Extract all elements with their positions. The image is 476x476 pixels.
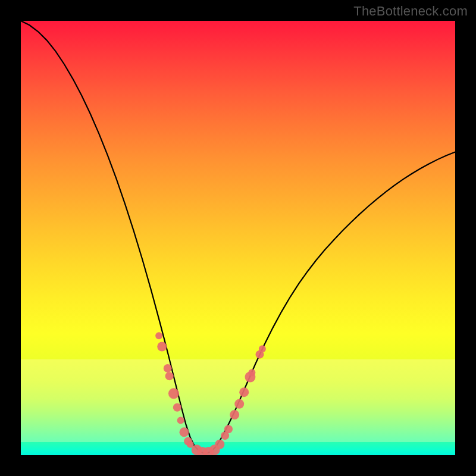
data-marker xyxy=(259,345,266,352)
chart-svg xyxy=(21,21,455,455)
bottleneck-curve xyxy=(21,21,455,453)
data-marker xyxy=(165,372,174,380)
data-marker xyxy=(230,410,239,419)
data-marker xyxy=(239,387,249,397)
data-marker xyxy=(224,425,233,433)
data-marker xyxy=(215,440,224,449)
data-marker xyxy=(157,342,167,352)
data-marker xyxy=(177,417,184,424)
data-marker xyxy=(155,332,162,339)
data-marker xyxy=(164,364,172,372)
data-marker xyxy=(248,369,255,376)
data-marker xyxy=(173,403,181,412)
data-marker xyxy=(179,427,189,437)
data-marker xyxy=(234,399,244,409)
plot-area xyxy=(21,21,455,455)
data-marker xyxy=(168,388,179,399)
watermark: TheBottleneck.com xyxy=(353,4,468,19)
